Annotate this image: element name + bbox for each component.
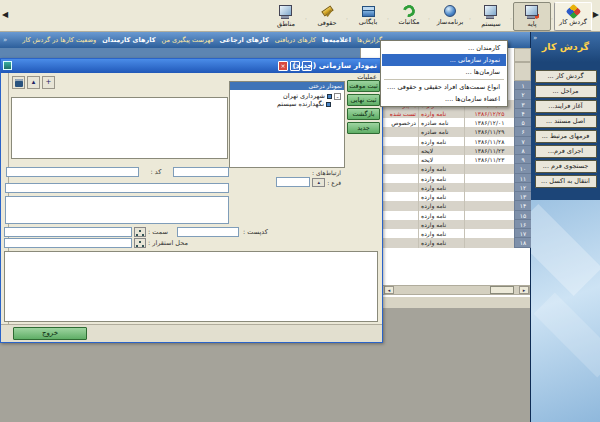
cell-date <box>464 164 514 173</box>
row-number-cell[interactable]: ۱۸ <box>514 238 531 247</box>
row-number-cell[interactable]: ۱۶ <box>514 220 531 229</box>
row-number-cell[interactable]: ۸ <box>514 146 531 155</box>
table-row[interactable]: نامه وارده <box>364 174 514 183</box>
sidebar-button[interactable]: آغاز فرایند... <box>535 100 597 113</box>
row-number-cell[interactable]: ۵ <box>514 118 531 127</box>
module-tab[interactable]: فهرست پیگیری من <box>161 36 213 44</box>
location-picker-icon[interactable] <box>134 238 146 248</box>
main-toolbar: ◀ ▶ گردش کار · پایه · سیستم <box>0 0 600 32</box>
close-icon[interactable]: × <box>278 61 288 71</box>
toolbar-button[interactable]: مکاتبات · <box>390 2 428 31</box>
table-row[interactable]: ۱۳۸۶/۱۱/۲۹ نامه صادره <box>364 127 514 136</box>
action-button[interactable]: ثبت نهایی <box>347 94 380 106</box>
add-node-button[interactable]: + <box>42 76 55 89</box>
code-value-input[interactable] <box>6 167 139 177</box>
row-number-cell[interactable]: ۱۰ <box>514 164 531 173</box>
window-titlebar[interactable]: × □ _ نمودار سازمانی (جدید) <box>1 59 382 73</box>
action-button[interactable]: بازگشت <box>347 108 380 120</box>
location-input[interactable] <box>4 238 132 248</box>
sidebar-chevron-icon[interactable]: » <box>533 34 537 42</box>
table-row[interactable]: نامه وارده <box>364 192 514 201</box>
menu-group-1: کارمندان ... نمودار سازمانی ... سازمان‌ه… <box>382 42 506 78</box>
code-secondary-input[interactable] <box>173 167 229 177</box>
row-number-cell[interactable]: ۹ <box>514 155 531 164</box>
action-button[interactable]: جدید <box>347 122 380 134</box>
table-row[interactable]: نامه وارده <box>364 211 514 220</box>
row-number-cell[interactable]: ۱۷ <box>514 229 531 238</box>
toolbar-button[interactable]: برنامه‌ساز · <box>431 2 469 31</box>
action-button[interactable]: ثبت موقت <box>347 80 380 92</box>
menu-item[interactable]: کارمندان ... <box>382 42 506 54</box>
sidebar-button[interactable]: فرمهای مرتبط ... <box>535 130 597 143</box>
sidebar-button[interactable]: مراحل ... <box>535 85 597 98</box>
scrollbar-thumb[interactable] <box>490 286 514 294</box>
description-textarea[interactable] <box>5 196 229 224</box>
position-picker-icon[interactable] <box>134 227 146 237</box>
toolbar-button[interactable]: مناطق · <box>267 2 305 31</box>
move-up-button[interactable]: ▴ <box>27 76 40 89</box>
horizontal-scrollbar[interactable]: ◂ ▸ <box>361 285 530 295</box>
location-label: محل استقرار : <box>148 239 188 247</box>
save-button[interactable] <box>12 76 25 89</box>
module-tab[interactable]: اعلامیه‌ها <box>322 36 351 44</box>
table-row[interactable]: نامه وارده <box>364 201 514 210</box>
scroll-left-icon[interactable]: ◂ <box>384 286 394 294</box>
row-number-cell[interactable]: ۱۴ <box>514 201 531 210</box>
tree-expander-icon[interactable]: - <box>334 93 341 100</box>
table-row[interactable]: نامه وارده <box>364 229 514 238</box>
row-number-cell[interactable]: ۶ <box>514 127 531 136</box>
sidebar-button[interactable]: اصل مستند ... <box>535 115 597 128</box>
table-row[interactable]: ۱۳۸۶/۱۲/۲۵ نامه وارده تست شده <box>364 109 514 118</box>
exit-button[interactable]: خروج <box>13 327 87 340</box>
cell-letter-type: لایحه <box>418 155 464 164</box>
module-tab[interactable]: گزارش‌ها <box>357 36 382 44</box>
table-row[interactable]: ۱۳۸۶/۱۱/۲۸ نامه وارده <box>364 137 514 146</box>
table-row[interactable]: ۱۳۸۶/۱۱/۲۳ لایحه <box>364 155 514 164</box>
row-number-cell[interactable]: ۳ <box>514 100 531 109</box>
chart-canvas[interactable] <box>11 97 228 159</box>
module-tab[interactable]: کارهای ارجاعی <box>220 36 269 44</box>
toolbar-button[interactable]: پایه · <box>513 2 551 31</box>
branch-input[interactable] <box>276 177 310 187</box>
tabbar-grip-icon[interactable]: » <box>3 36 7 44</box>
tree-child-node[interactable]: نگهدارنده سیستم <box>233 100 341 108</box>
sidebar-button[interactable]: اجرای فرم... <box>535 145 597 158</box>
table-row[interactable]: نامه وارده <box>364 183 514 192</box>
table-row[interactable]: نامه وارده <box>364 220 514 229</box>
cell-date: ۱۳۸۶/۱۲/۰۱ <box>464 118 514 127</box>
menu-item[interactable]: اعضاء سازمان‌ها .... <box>382 93 506 105</box>
toolbar-button[interactable]: بایگانی · <box>349 2 387 31</box>
menu-item[interactable]: نمودار سازمانی ... <box>382 54 506 66</box>
toolbar-button[interactable]: گردش کار · <box>554 2 592 31</box>
table-row[interactable]: ۱۳۸۶/۱۱/۲۳ لایحه <box>364 146 514 155</box>
toolbar-button[interactable]: حقوقی · <box>308 2 346 31</box>
row-number-cell[interactable]: ۱۵ <box>514 211 531 220</box>
title-input[interactable] <box>5 183 229 193</box>
sidebar-button[interactable]: جستجوی فرم ... <box>535 160 597 173</box>
table-row[interactable]: نامه وارده <box>364 238 514 247</box>
position-input[interactable] <box>4 227 132 237</box>
spinner-icon[interactable]: ▴ <box>312 178 325 187</box>
module-tab[interactable]: کارهای کارمندان <box>102 36 155 44</box>
postcode-input[interactable] <box>177 227 239 237</box>
row-number-cell[interactable]: ۷ <box>514 137 531 146</box>
table-row[interactable]: ۱۳۸۶/۱۲/۰۱ نامه صادره درخصوص <box>364 118 514 127</box>
menu-item[interactable]: انواع سمت‌های افراد حقیقی و حقوقی .... <box>382 81 506 93</box>
row-number-cell[interactable]: ۲ <box>514 90 531 99</box>
tree-root-node[interactable]: - شهرداری تهران <box>233 92 341 100</box>
module-tab[interactable]: وضعیت کارها در گردش کار <box>22 36 96 44</box>
module-tab[interactable]: کارهای دریافتی <box>275 36 316 44</box>
toolbar-overflow-left-icon[interactable]: ◀ <box>2 10 8 19</box>
cell-date <box>464 192 514 201</box>
sidebar-button[interactable]: انتقال به اکسل ... <box>535 175 597 188</box>
row-number-cell[interactable]: ۱۱ <box>514 174 531 183</box>
table-row[interactable]: نامه وارده <box>364 164 514 173</box>
row-number-cell[interactable]: ۴ <box>514 109 531 118</box>
row-number-cell[interactable]: ۱۲ <box>514 183 531 192</box>
row-number-cell[interactable]: ۱۳ <box>514 192 531 201</box>
scroll-right-icon[interactable]: ▸ <box>519 286 529 294</box>
menu-item[interactable]: سازمان‌ها ... <box>382 66 506 78</box>
toolbar-button[interactable]: سیستم · <box>472 2 510 31</box>
row-number-cell[interactable]: ۱ <box>514 81 531 90</box>
sidebar-button[interactable]: گردش کار ... <box>535 70 597 83</box>
